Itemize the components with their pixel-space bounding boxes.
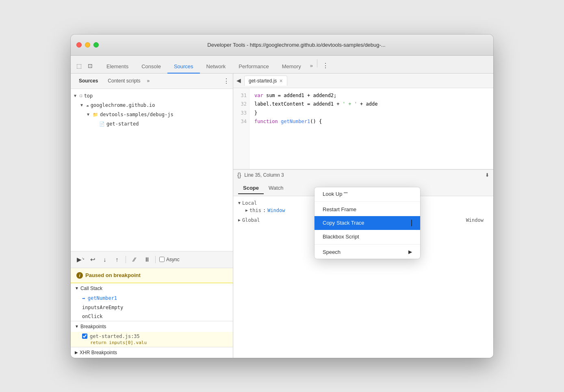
call-stack-section: ▼ Call Stack ➡ getNumber1 inputsAreEmpty… (71, 283, 233, 321)
tab-sources[interactable]: Sources (167, 60, 200, 74)
tree-arrow-github: ▼ (80, 102, 86, 108)
cursor-icon (408, 220, 412, 226)
subtab-content-scripts[interactable]: Content scripts (103, 76, 145, 86)
line-num-31: 31 (236, 91, 247, 100)
context-menu: Look Up "" Restart Frame Copy Stack Trac… (315, 187, 420, 259)
scope-global-arrow-icon: ▶ (238, 218, 241, 222)
cs-label-getnumber1: getNumber1 (88, 295, 117, 301)
callstack-arrow-icon: ▼ (75, 286, 79, 290)
line-numbers: 31 32 33 34 (233, 88, 249, 169)
code-line-33: } (254, 109, 488, 118)
ctx-lookup-label: Look Up "" (323, 191, 347, 197)
window-title: Developer Tools - https://googlechrome.g… (105, 42, 488, 48)
tab-memory[interactable]: Memory (275, 60, 308, 74)
ctx-item-lookup[interactable]: Look Up "" (315, 187, 420, 201)
ctx-speech-arrow-icon: ▶ (408, 249, 412, 255)
tab-performance[interactable]: Performance (232, 60, 275, 74)
file-tree: ▼ ☐ top ▼ ☁ googlechrome.github.io ▼ 📁 d… (71, 89, 233, 251)
callstack-item-onclick[interactable]: onClick (71, 312, 233, 321)
subtab-more[interactable]: » (145, 76, 151, 85)
xhr-section[interactable]: ▶ XHR Breakpoints (71, 347, 233, 358)
traffic-lights (76, 42, 99, 48)
tree-item-devtools[interactable]: ▼ 📁 devtools-samples/debug-js (71, 110, 233, 119)
status-arrow-icon[interactable]: ⬇ (485, 172, 489, 178)
code-line-34: function getNumber1() { (254, 117, 488, 126)
tab-more[interactable]: » (308, 59, 315, 72)
ctx-item-copy-stack[interactable]: Copy Stack Trace (315, 216, 420, 230)
content-area: Sources Content scripts » ⋮ ▼ ☐ top ▼ ☁ … (71, 74, 493, 358)
inspect-icon[interactable]: ⬚ (74, 61, 84, 71)
file-tab-close-icon[interactable]: × (279, 78, 282, 84)
cs-label-onclick: onClick (82, 314, 103, 319)
callstack-item-inputsareempty[interactable]: inputsAreEmpty (71, 303, 233, 312)
step-over-button[interactable]: ↩ (88, 255, 98, 264)
title-bar: Developer Tools - https://googlechrome.g… (71, 35, 493, 56)
tree-item-getstarted[interactable]: 📄 get-started (71, 119, 233, 129)
ctx-separator-1 (315, 201, 420, 202)
scope-this-value: Window (267, 208, 285, 213)
ctx-blackbox-label: Blackbox Script (323, 234, 359, 240)
scope-this-colon: : (263, 208, 266, 213)
callstack-item-getnumber1[interactable]: ➡ getNumber1 (71, 294, 233, 303)
breakpoints-arrow-icon: ▼ (75, 324, 79, 329)
tab-separator (317, 59, 317, 67)
file-icon: 📄 (99, 121, 105, 128)
ctx-separator-2 (315, 244, 420, 245)
tree-arrow-top: ▼ (74, 93, 80, 99)
close-button[interactable] (76, 42, 82, 48)
breakpoint-label: get-started.js:35 (82, 334, 229, 339)
line-num-32: 32 (236, 100, 247, 109)
minimize-button[interactable] (85, 42, 90, 48)
tab-console[interactable]: Console (135, 60, 167, 74)
tab-network[interactable]: Network (200, 60, 232, 74)
tree-item-top[interactable]: ▼ ☐ top (71, 91, 233, 101)
xhr-label: XHR Breakpoints (80, 350, 117, 355)
debug-toolbar: ▶↘ ↩ ↓ ↑ ⁄⁄ ⏸ Async (71, 251, 233, 268)
more-options-icon[interactable]: ⋮ (319, 59, 332, 72)
left-panel: Sources Content scripts » ⋮ ▼ ☐ top ▼ ☁ … (71, 74, 233, 358)
breakpoint-file-label: get-started.js:35 (90, 334, 140, 339)
tree-label-getstarted: get-started (106, 120, 139, 128)
subtab-menu-icon[interactable]: ⋮ (223, 77, 230, 85)
code-line-32: label.textContent = addend1 + ' + ' + ad… (254, 100, 488, 109)
tree-arrow-devtools: ▼ (87, 111, 93, 118)
ctx-speech-label: Speech (323, 249, 341, 255)
device-icon[interactable]: ⊡ (85, 61, 95, 71)
async-label: Async (166, 257, 180, 262)
cloud-icon: ☁ (86, 102, 89, 109)
async-checkbox-input[interactable] (159, 257, 165, 262)
code-content: var sum = addend1 + addend2; label.textC… (249, 88, 493, 169)
step-into-button[interactable]: ↓ (100, 255, 110, 264)
code-line-31: var sum = addend1 + addend2; (254, 91, 488, 100)
deactivate-button[interactable]: ⁄⁄ (130, 255, 139, 264)
nav-left-icon[interactable]: ◀ (236, 77, 241, 84)
breakpoints-header[interactable]: ▼ Breakpoints (71, 321, 233, 332)
async-checkbox[interactable]: Async (159, 257, 180, 262)
scope-global-value: Window (466, 217, 488, 223)
tab-watch[interactable]: Watch (264, 182, 288, 194)
paused-banner: i Paused on breakpoint (71, 268, 233, 283)
main-tabs-bar: ⬚ ⊡ Elements Console Sources Network Per… (71, 56, 493, 74)
status-position: Line 35, Column 3 (244, 172, 284, 178)
ctx-item-restart[interactable]: Restart Frame (315, 203, 420, 216)
tab-elements[interactable]: Elements (100, 60, 135, 74)
ctx-item-speech[interactable]: Speech ▶ (315, 245, 420, 259)
subtab-sources[interactable]: Sources (74, 76, 103, 86)
tab-scope[interactable]: Scope (238, 182, 264, 194)
breakpoint-checkbox[interactable] (82, 334, 87, 339)
ctx-copy-stack-label: Copy Stack Trace (323, 220, 364, 226)
maximize-button[interactable] (93, 42, 99, 48)
breakpoint-item-1: get-started.js:35 return inputs[0].valu (71, 332, 233, 347)
ctx-item-blackbox[interactable]: Blackbox Script (315, 230, 420, 243)
toolbar-icons: ⬚ ⊡ (74, 61, 95, 73)
ctx-restart-label: Restart Frame (323, 206, 356, 212)
call-stack-header[interactable]: ▼ Call Stack (71, 283, 233, 294)
status-curly-icon[interactable]: {} (237, 172, 241, 178)
tree-item-github[interactable]: ▼ ☁ googlechrome.github.io (71, 101, 233, 110)
resume-button[interactable]: ▶↘ (76, 255, 85, 264)
xhr-arrow-icon: ▶ (75, 350, 78, 355)
step-out-button[interactable]: ↑ (112, 255, 122, 264)
pause-exceptions-button[interactable]: ⏸ (142, 255, 152, 264)
toolbar-separator-1 (126, 256, 126, 263)
file-tab-getstarted[interactable]: get-started.js × (244, 76, 287, 86)
